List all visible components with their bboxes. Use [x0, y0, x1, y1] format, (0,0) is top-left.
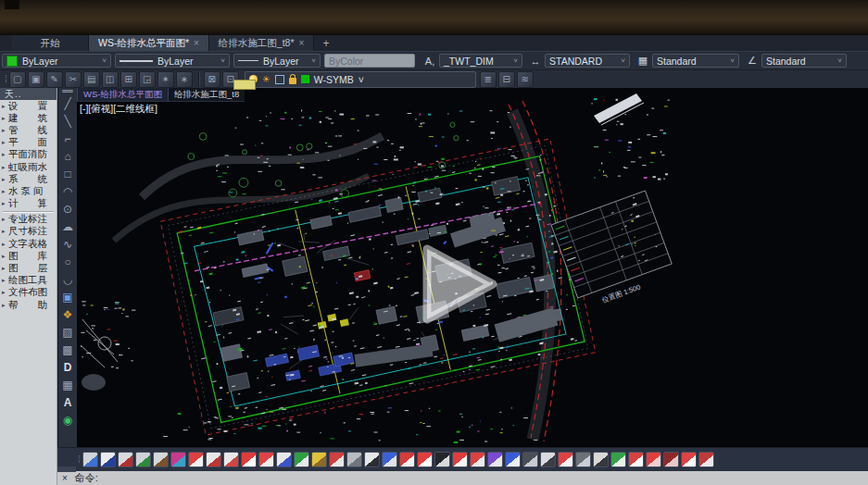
modify-tool-icon-5[interactable]: ◫ [102, 71, 119, 88]
bottom-tool-icon-32[interactable] [646, 452, 661, 467]
bottom-tool-icon-31[interactable] [628, 452, 644, 467]
revcloud-icon[interactable]: ☁ [58, 218, 78, 235]
line-icon[interactable]: ╱ [58, 94, 78, 112]
modify-tool-icon-8[interactable]: ✶ [157, 71, 174, 88]
text-icon[interactable]: A [58, 393, 78, 411]
point-style-icon[interactable]: ◉ [58, 411, 78, 429]
modify-tool-icon-2[interactable]: ✎ [46, 71, 63, 88]
dim-style-icon[interactable]: ↔ [528, 54, 543, 68]
modify-tool-icon-3[interactable]: ✂ [65, 71, 82, 88]
bottom-tool-icon-21[interactable] [452, 452, 468, 467]
bottom-tool-icon-10[interactable] [258, 452, 274, 467]
menu-item-1-4[interactable]: ▸图 层 [0, 262, 57, 274]
tab-start[interactable]: 开始 [12, 35, 89, 51]
bottom-tool-icon-22[interactable] [470, 452, 485, 467]
pline-arc-icon[interactable]: ⌐ [58, 130, 78, 147]
polyline-icon[interactable]: ╲ [58, 112, 78, 130]
menu-item-0-8[interactable]: ▸计 算 [0, 198, 57, 210]
layer-viewport-icon[interactable] [275, 75, 284, 84]
viewport-controls-label[interactable]: [-][俯视][二维线框] [80, 103, 157, 116]
toolbar-grip[interactable]: ⁞ [78, 454, 80, 465]
tab-close-icon[interactable]: × [194, 38, 199, 48]
dim-style-control[interactable]: STANDARD ˅ [545, 54, 630, 68]
bottom-tool-icon-3[interactable] [135, 452, 151, 467]
bottom-tool-icon-34[interactable] [681, 452, 697, 467]
color-control[interactable]: ByLayer ˅ [2, 54, 111, 68]
bottom-tool-icon-17[interactable] [382, 452, 397, 467]
bottom-tool-icon-30[interactable] [610, 452, 626, 467]
bottom-tool-icon-2[interactable] [118, 452, 133, 467]
toolbar-grip[interactable]: ⁞ [5, 74, 6, 84]
block-attrib-icon[interactable]: ❖ [58, 305, 78, 323]
bottom-tool-icon-26[interactable] [540, 452, 556, 467]
layer-control[interactable]: ☀ W-SYMB ˅ [245, 71, 476, 88]
table-icon[interactable]: ▦ [58, 376, 78, 393]
menu-item-0-3[interactable]: ▸平 面 [0, 137, 57, 149]
layer-state-icon-2[interactable]: ≋ [517, 71, 534, 88]
layer-state-icon-0[interactable]: ≣ [480, 71, 497, 88]
modify-tool-icon-0[interactable]: ▢ [9, 71, 26, 88]
bottom-tool-icon-23[interactable] [487, 452, 503, 467]
rectangle-icon[interactable]: □ [58, 165, 78, 182]
bottom-tool-icon-16[interactable] [364, 452, 380, 467]
menu-item-0-1[interactable]: ▸建 筑 [0, 112, 57, 124]
bottom-tool-icon-11[interactable] [276, 452, 292, 467]
spline-icon[interactable]: ∿ [58, 235, 78, 253]
text-style-icon[interactable]: A, [422, 54, 437, 68]
menu-item-0-4[interactable]: ▸平面消防 [0, 149, 57, 161]
drawing-canvas[interactable]: WS-给排水总平面图给排水施工图_t8 [-][俯视][二维线框] 位置图 1:… [77, 88, 868, 447]
bottom-tool-icon-28[interactable] [575, 452, 591, 467]
bottom-tool-icon-12[interactable] [294, 452, 309, 467]
command-window-grip[interactable] [57, 466, 76, 472]
bottom-tool-icon-13[interactable] [311, 452, 327, 467]
bottom-tool-icon-1[interactable] [100, 452, 116, 467]
modify-tool-icon-9[interactable]: ∗ [176, 71, 193, 88]
text-style-control[interactable]: _TWT_DIM ˅ [439, 54, 522, 68]
modify-tool-icon-6[interactable]: ⊞ [120, 71, 137, 88]
bottom-tool-icon-24[interactable] [505, 452, 521, 467]
menu-item-1-0[interactable]: ▸专业标注 [0, 214, 57, 226]
menu-item-0-2[interactable]: ▸管 线 [0, 124, 57, 136]
bottom-tool-icon-9[interactable] [241, 452, 257, 467]
close-icon[interactable]: × [62, 473, 68, 483]
menu-item-0-0[interactable]: ▸设 置 [0, 100, 57, 112]
bottom-tool-icon-35[interactable] [698, 452, 714, 467]
menu-item-0-6[interactable]: ▸系 统 [0, 173, 57, 185]
modify-tool-icon-4[interactable]: ▤ [83, 71, 100, 88]
modify-tool-icon-1[interactable]: ▣ [28, 71, 44, 88]
menu-item-1-5[interactable]: ▸绘图工具 [0, 275, 57, 287]
layer-tool-icon-0[interactable]: ⊠ [204, 71, 220, 88]
bottom-tool-icon-33[interactable] [663, 452, 679, 467]
doc-tab-1[interactable]: 给排水施工图_t8 [169, 88, 245, 101]
file-tab-1[interactable]: 给排水施工图_t8*× [209, 35, 315, 51]
insert-block-icon[interactable]: ▣ [58, 288, 78, 305]
menu-item-0-7[interactable]: ▸水 泵 间 [0, 185, 57, 197]
menu-item-1-6[interactable]: ▸文件布图 [0, 287, 57, 299]
circle-icon[interactable]: ⊙ [58, 200, 78, 218]
lineweight-control[interactable]: ByLayer ˅ [233, 54, 321, 68]
wipeout-icon[interactable]: D [58, 358, 78, 376]
menu-item-1-7[interactable]: ▸帮 助 [0, 299, 57, 311]
menu-item-1-3[interactable]: ▸图 库 [0, 250, 57, 262]
new-tab-button[interactable]: + [314, 35, 337, 51]
file-tab-0[interactable]: WS-给排水总平面图*× [89, 35, 209, 51]
linetype-control[interactable]: ByLayer ˅ [115, 54, 230, 68]
solid-hatch-icon[interactable]: ▩ [58, 341, 78, 358]
bottom-tool-icon-25[interactable] [522, 452, 538, 467]
toolbar-grip[interactable]: ══ [62, 88, 72, 94]
arc-icon[interactable]: ◠ [58, 182, 78, 200]
ellipse-arc-icon[interactable]: ◡ [58, 270, 78, 288]
menu-item-0-5[interactable]: ▸虹吸雨水 [0, 161, 57, 173]
doc-tab-0[interactable]: WS-给排水总平面图 [77, 88, 169, 101]
bottom-tool-icon-7[interactable] [206, 452, 221, 467]
menu-panel-header[interactable]: 天.. [0, 88, 57, 100]
table-style-icon[interactable]: ▦ [635, 54, 650, 68]
hatch-icon[interactable]: ▨ [58, 323, 78, 341]
mleader-style-icon[interactable]: ∠ [745, 54, 760, 68]
layer-state-icon-1[interactable]: ⊟ [498, 71, 515, 88]
table-style-control[interactable]: Standard ˅ [652, 54, 739, 68]
bottom-tool-icon-4[interactable] [153, 452, 169, 467]
menu-item-1-1[interactable]: ▸尺寸标注 [0, 226, 57, 238]
bottom-tool-icon-18[interactable] [399, 452, 415, 467]
mleader-style-control[interactable]: Standard ˅ [761, 54, 847, 68]
